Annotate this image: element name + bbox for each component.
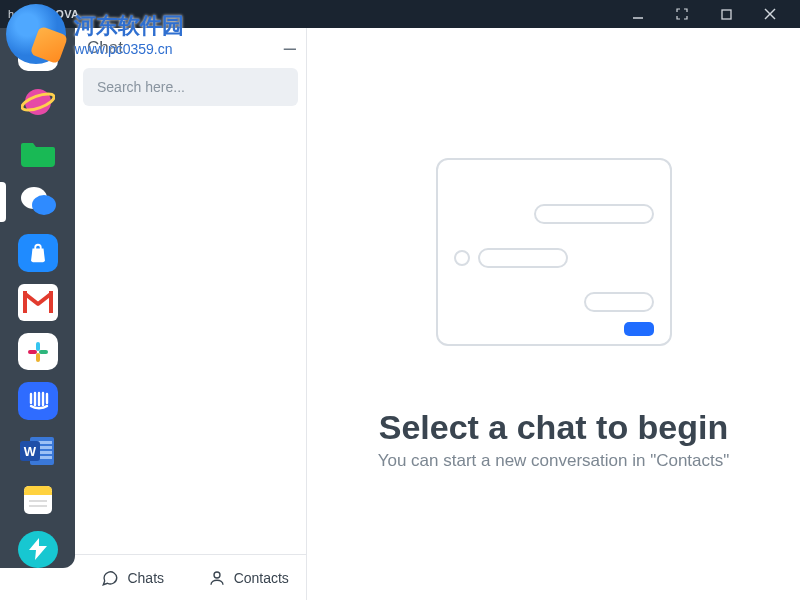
svg-rect-10 [49, 291, 53, 313]
intercom-icon[interactable] [18, 382, 58, 419]
svg-rect-12 [39, 350, 48, 354]
planet-icon[interactable] [18, 83, 58, 120]
tab-chats-label: Chats [127, 570, 164, 586]
word-icon[interactable]: W [18, 432, 58, 469]
empty-state-subtitle: You can start a new conversation in "Con… [378, 451, 730, 471]
sidebar-active-indicator [0, 182, 6, 222]
bolt-icon[interactable] [18, 531, 58, 568]
empty-chat-illustration [436, 158, 672, 346]
chat-list-panel: Chat – Chats Contacts [75, 28, 307, 600]
panel-title: Chat [87, 38, 123, 58]
titlebar: horbito NOVA [0, 0, 800, 28]
tab-contacts[interactable]: Contacts [191, 555, 307, 600]
svg-rect-14 [28, 350, 37, 354]
close-button[interactable] [748, 0, 792, 28]
brand-left: horbito [8, 8, 44, 20]
gmail-icon[interactable] [18, 284, 58, 321]
svg-point-33 [214, 572, 220, 578]
svg-text:W: W [23, 444, 36, 459]
slack-icon[interactable] [18, 333, 58, 370]
app-brand: horbito NOVA [8, 8, 79, 20]
svg-rect-29 [24, 492, 52, 495]
panel-tabs: Chats Contacts [75, 554, 306, 600]
search-input[interactable] [83, 68, 298, 106]
notes-icon[interactable] [18, 481, 58, 518]
brand-right: NOVA [47, 8, 79, 20]
panel-collapse-button[interactable]: – [284, 37, 296, 59]
svg-rect-13 [36, 353, 40, 362]
svg-rect-11 [36, 342, 40, 351]
store-icon[interactable] [18, 234, 58, 271]
main-area: Select a chat to begin You can start a n… [307, 28, 800, 600]
tab-chats[interactable]: Chats [75, 555, 191, 600]
minimize-button[interactable] [616, 0, 660, 28]
svg-rect-1 [722, 10, 731, 19]
svg-rect-9 [23, 291, 27, 313]
svg-point-7 [32, 195, 56, 215]
folder-icon[interactable] [18, 133, 58, 170]
refresh-icon[interactable] [18, 34, 58, 71]
app-sidebar: W [0, 28, 75, 568]
messages-icon[interactable] [18, 182, 58, 222]
tab-contacts-label: Contacts [234, 570, 289, 586]
empty-state-title: Select a chat to begin [379, 408, 729, 447]
maximize-button[interactable] [704, 0, 748, 28]
svg-marker-32 [29, 538, 47, 560]
fullscreen-button[interactable] [660, 0, 704, 28]
chat-list-empty [75, 116, 306, 554]
